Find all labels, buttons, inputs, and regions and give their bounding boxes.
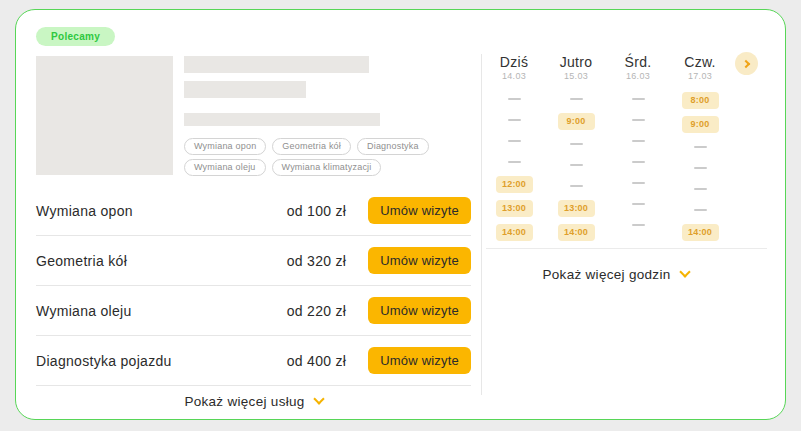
tag-list: Wymiana oponGeometria kółDiagnostykaWymi… <box>184 138 434 176</box>
business-profile: Wymiana oponGeometria kółDiagnostykaWymi… <box>36 56 471 175</box>
service-row: Geometria kół od 320 zł Umów wizyte <box>36 236 471 286</box>
slot-unavailable-dash <box>694 146 707 148</box>
time-slot-pill[interactable]: 12:00 <box>496 176 533 193</box>
schedule-divider <box>486 248 767 249</box>
panel-divider <box>481 54 482 395</box>
day-slots <box>610 88 666 235</box>
slot-unavailable-dash <box>632 119 645 121</box>
slot-unavailable-dash <box>508 161 521 163</box>
show-more-hours-label: Pokaż więcej godzin <box>542 267 670 282</box>
slot-unavailable-dash <box>508 119 521 121</box>
day-label: Czw. <box>672 54 728 70</box>
time-slot-pill[interactable]: 9:00 <box>558 113 595 130</box>
slot-unavailable-dash <box>570 164 583 166</box>
slot-unavailable-dash <box>632 224 645 226</box>
next-days-button[interactable] <box>735 52 758 75</box>
slot-unavailable-dash <box>508 140 521 142</box>
service-tag-chip: Geometria kół <box>272 138 351 155</box>
day-slots: 9:0013:0014:00 <box>548 88 604 244</box>
time-slot-pill[interactable]: 8:00 <box>682 92 719 109</box>
show-more-services-label: Pokaż więcej usług <box>184 394 304 409</box>
schedule-panel: Dziś 14.03 12:0013:0014:00 Jutro 15.03 9… <box>486 26 769 403</box>
skeleton-line <box>184 113 380 126</box>
slot-unavailable-dash <box>570 98 583 100</box>
skeleton-line <box>184 56 369 73</box>
show-more-services-button[interactable]: Pokaż więcej usług <box>36 386 471 416</box>
business-photo-placeholder <box>36 56 173 175</box>
service-name: Wymiana opon <box>36 203 287 219</box>
business-meta: Wymiana oponGeometria kółDiagnostykaWymi… <box>184 56 434 175</box>
slot-unavailable-dash <box>632 161 645 163</box>
service-price: od 220 zł <box>287 303 347 319</box>
time-slot-pill[interactable]: 14:00 <box>558 224 595 241</box>
day-date: 14.03 <box>486 71 542 81</box>
chevron-down-icon <box>313 393 324 404</box>
book-visit-button[interactable]: Umów wizyte <box>368 247 471 274</box>
slot-unavailable-dash <box>694 188 707 190</box>
book-visit-button[interactable]: Umów wizyte <box>368 197 471 224</box>
slot-unavailable-dash <box>632 140 645 142</box>
day-date: 17.03 <box>672 71 728 81</box>
day-date: 15.03 <box>548 71 604 81</box>
skeleton-line <box>184 81 306 98</box>
day-column: Dziś 14.03 12:0013:0014:00 <box>486 54 542 244</box>
slot-unavailable-dash <box>694 167 707 169</box>
service-price: od 100 zł <box>287 203 347 219</box>
slot-unavailable-dash <box>632 182 645 184</box>
day-date: 16.03 <box>610 71 666 81</box>
day-label: Dziś <box>486 54 542 70</box>
chevron-right-icon <box>741 59 749 67</box>
slot-unavailable-dash <box>632 98 645 100</box>
slot-unavailable-dash <box>570 185 583 187</box>
book-visit-button[interactable]: Umów wizyte <box>368 297 471 324</box>
service-tag-chip: Wymiana oleju <box>184 159 266 176</box>
service-name: Wymiana oleju <box>36 303 287 319</box>
service-tag-chip: Wymiana klimatyzacji <box>272 159 382 176</box>
show-more-hours-button[interactable]: Pokaż więcej godzin <box>486 259 745 289</box>
slot-unavailable-dash <box>508 98 521 100</box>
time-slot-pill[interactable]: 14:00 <box>682 224 719 241</box>
day-column: Jutro 15.03 9:0013:0014:00 <box>548 54 604 244</box>
time-slot-pill[interactable]: 9:00 <box>682 116 719 133</box>
day-slots: 8:009:0014:00 <box>672 88 728 244</box>
service-price: od 400 zł <box>287 353 347 369</box>
service-name: Diagnostyka pojazdu <box>36 353 287 369</box>
service-tag-chip: Wymiana opon <box>184 138 266 155</box>
services-panel: Polecamy Wymiana oponGeometria kółDiagno… <box>36 26 471 403</box>
day-column: Śrd. 16.03 <box>610 54 666 244</box>
service-tag-chip: Diagnostyka <box>357 138 429 155</box>
day-label: Jutro <box>548 54 604 70</box>
day-column: Czw. 17.03 8:009:0014:00 <box>672 54 728 244</box>
day-label: Śrd. <box>610 54 666 70</box>
booking-card: Polecamy Wymiana oponGeometria kółDiagno… <box>15 9 786 420</box>
chevron-down-icon <box>679 266 690 277</box>
slot-unavailable-dash <box>570 143 583 145</box>
day-columns: Dziś 14.03 12:0013:0014:00 Jutro 15.03 9… <box>486 54 769 244</box>
service-row: Diagnostyka pojazdu od 400 zł Umów wizyt… <box>36 336 471 386</box>
service-list: Wymiana opon od 100 zł Umów wizyte Geome… <box>36 186 471 386</box>
book-visit-button[interactable]: Umów wizyte <box>368 347 471 374</box>
slot-unavailable-dash <box>694 209 707 211</box>
service-price: od 320 zł <box>287 253 347 269</box>
slot-unavailable-dash <box>632 203 645 205</box>
day-slots: 12:0013:0014:00 <box>486 88 542 244</box>
time-slot-pill[interactable]: 13:00 <box>496 200 533 217</box>
time-slot-pill[interactable]: 13:00 <box>558 200 595 217</box>
service-row: Wymiana oleju od 220 zł Umów wizyte <box>36 286 471 336</box>
recommended-badge: Polecamy <box>36 27 115 46</box>
service-row: Wymiana opon od 100 zł Umów wizyte <box>36 186 471 236</box>
time-slot-pill[interactable]: 14:00 <box>496 224 533 241</box>
service-name: Geometria kół <box>36 253 287 269</box>
